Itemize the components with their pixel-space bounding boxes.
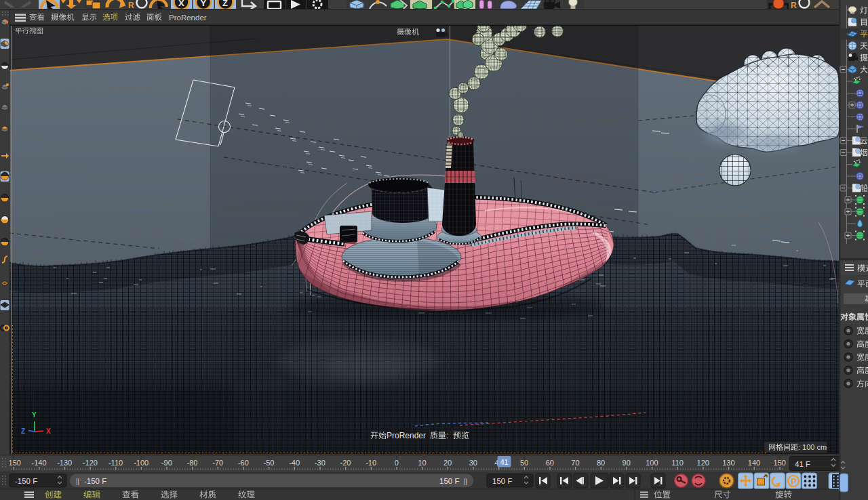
svg-text:30: 30 — [469, 459, 477, 467]
svg-text:41 F: 41 F — [795, 460, 810, 468]
svg-text:-130: -130 — [57, 459, 72, 467]
svg-text:150: 150 — [774, 459, 786, 467]
svg-text:Z: Z — [21, 428, 25, 435]
svg-text:-150 F: -150 F — [84, 477, 106, 485]
svg-text:10: 10 — [418, 459, 426, 467]
svg-text:||: || — [464, 478, 467, 485]
svg-text:140: 140 — [748, 459, 760, 467]
svg-text:-30: -30 — [315, 459, 326, 467]
svg-text:Z: Z — [222, 0, 228, 8]
svg-text:-80: -80 — [187, 459, 198, 467]
svg-text:80: 80 — [597, 459, 605, 467]
svg-text:-90: -90 — [161, 459, 172, 467]
svg-text:-100: -100 — [134, 459, 149, 467]
svg-text:-150 F: -150 F — [15, 477, 37, 485]
svg-text:20: 20 — [443, 459, 452, 467]
svg-text:-70: -70 — [212, 459, 223, 467]
svg-text:-140: -140 — [32, 459, 47, 467]
svg-text:0: 0 — [395, 459, 399, 467]
svg-text:-50: -50 — [264, 459, 275, 467]
svg-text:-40: -40 — [289, 459, 300, 467]
svg-text:-20: -20 — [340, 459, 351, 467]
svg-text:: 100 cm: : 100 cm — [798, 443, 827, 451]
svg-text:120: 120 — [697, 459, 709, 467]
svg-text:70: 70 — [571, 459, 579, 467]
svg-text:41: 41 — [500, 458, 508, 466]
svg-text:-60: -60 — [238, 459, 249, 467]
svg-text:150 F: 150 F — [439, 477, 459, 485]
svg-text:60: 60 — [546, 459, 554, 467]
svg-text:-10: -10 — [366, 459, 376, 467]
svg-text:110: 110 — [671, 459, 684, 467]
svg-text:X: X — [178, 0, 184, 8]
svg-text:R: R — [128, 1, 134, 10]
svg-text:130: 130 — [722, 459, 734, 467]
svg-text:-110: -110 — [108, 459, 123, 467]
svg-text:ProRender: ProRender — [169, 14, 207, 22]
svg-text:P: P — [791, 477, 797, 486]
svg-text:Y: Y — [201, 0, 207, 8]
svg-text:150 F: 150 F — [492, 477, 512, 485]
svg-text::: : — [446, 431, 448, 440]
svg-text:90: 90 — [623, 459, 631, 467]
svg-text:Y: Y — [32, 411, 37, 419]
svg-text:X: X — [46, 428, 51, 435]
svg-text:R: R — [791, 1, 797, 10]
svg-text:||: || — [76, 478, 79, 485]
svg-text:-120: -120 — [83, 459, 98, 467]
svg-text:ProRender: ProRender — [387, 431, 426, 440]
svg-text:50: 50 — [520, 459, 528, 467]
svg-text:100: 100 — [646, 459, 658, 467]
